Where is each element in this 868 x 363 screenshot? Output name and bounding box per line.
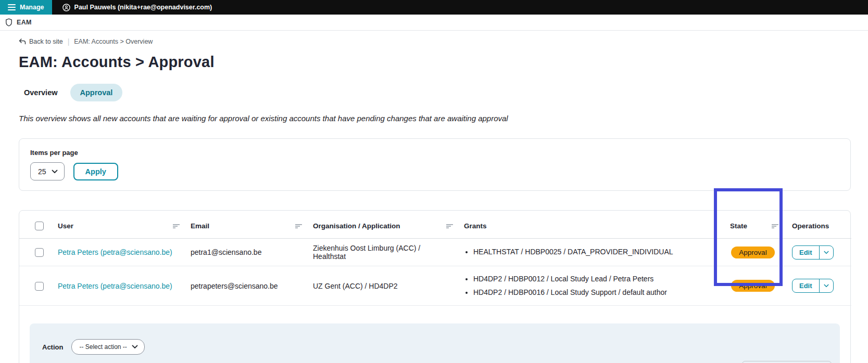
column-header-user-label: User (58, 222, 73, 230)
row-checkbox[interactable] (35, 282, 44, 291)
column-header-organisation[interactable]: Organisation / Application (308, 211, 459, 239)
column-header-state-label: State (730, 222, 747, 230)
column-header-email[interactable]: Email (185, 211, 308, 239)
page-title: EAM: Accounts > Approval (19, 54, 851, 71)
organisation-cell: UZ Gent (ACC) / HD4DP2 (308, 266, 459, 306)
manage-menu-button[interactable]: Manage (0, 0, 52, 15)
items-per-page-select[interactable]: 25 (30, 162, 65, 180)
sort-icon[interactable] (772, 224, 779, 229)
edit-split-button[interactable]: Edit (792, 279, 834, 293)
edit-split-button[interactable]: Edit (792, 245, 834, 260)
sort-icon[interactable] (295, 224, 303, 229)
state-badge: Approval (731, 247, 774, 258)
items-per-page-label: Items per page (30, 149, 839, 157)
apply-to-selected-button[interactable]: Apply to selected items (742, 361, 832, 363)
hamburger-icon (8, 4, 16, 10)
email-cell: petra1@sciensano.be (185, 239, 308, 266)
page-description: This overview shows all new accounts tha… (19, 114, 851, 123)
grants-cell: HD4DP2 / HDBP0012 / Local Study Lead / P… (459, 266, 722, 306)
back-arrow-icon (19, 38, 26, 45)
grant-item: HD4DP2 / HDBP0012 / Local Study Lead / P… (473, 274, 716, 285)
table-row: Petra Peters (petra@sciensano.be) petra1… (19, 239, 851, 266)
user-link[interactable]: Petra Peters (petra@sciensano.be) (58, 282, 172, 290)
column-header-organisation-label: Organisation / Application (313, 222, 400, 230)
edit-button[interactable]: Edit (792, 279, 819, 292)
items-per-page-card: Items per page 25 Apply (19, 138, 851, 191)
app-bar-label[interactable]: EAM (17, 19, 32, 26)
apply-pager-button[interactable]: Apply (73, 163, 118, 180)
select-all-checkbox[interactable] (35, 222, 44, 230)
table-header-row: User Email (19, 211, 851, 239)
column-header-grants-label: Grants (464, 222, 487, 230)
shield-icon (5, 18, 12, 27)
accounts-table: User Email (19, 211, 851, 306)
user-account-button[interactable]: Paul Pauwels (nikita+rae@openadviser.com… (62, 0, 212, 15)
chevron-down-icon (132, 345, 138, 349)
action-select[interactable]: -- Select action -- (71, 339, 144, 355)
app-bar: EAM (0, 15, 868, 31)
action-label: Action (42, 343, 63, 351)
table-row: Petra Peters (petra@sciensano.be) petrap… (19, 266, 851, 306)
back-to-site-link[interactable]: Back to site (19, 38, 63, 45)
user-avatar-icon (62, 4, 70, 11)
chevron-down-icon (824, 251, 829, 254)
row-checkbox[interactable] (35, 248, 44, 257)
admin-toolbar: Manage Paul Pauwels (nikita+rae@openadvi… (0, 0, 868, 15)
grants-cell: HEALTHSTAT / HDBP0025 / DATA_PROVIDER_IN… (459, 239, 722, 266)
sort-icon[interactable] (446, 224, 454, 229)
accounts-table-card: User Email (19, 210, 851, 363)
column-header-email-label: Email (191, 222, 209, 230)
manage-label: Manage (20, 4, 44, 11)
grant-item: HD4DP2 / HDBP0016 / Local Study Support … (473, 287, 716, 299)
tab-overview[interactable]: Overview (19, 84, 63, 101)
grant-item: HEALTHSTAT / HDBP0025 / DATA_PROVIDER_IN… (473, 247, 716, 258)
column-header-state[interactable]: State (722, 211, 784, 239)
column-header-operations: Operations (784, 211, 851, 239)
column-header-grants: Grants (459, 211, 722, 239)
state-badge: Approval (731, 280, 774, 292)
breadcrumb-trail[interactable]: EAM: Accounts > Overview (74, 38, 153, 45)
bulk-action-panel: Action -- Select action -- Apply to sele… (30, 323, 840, 363)
tab-bar: Overview Approval (19, 84, 851, 101)
column-header-user[interactable]: User (53, 211, 185, 239)
edit-button[interactable]: Edit (792, 246, 819, 259)
chevron-down-icon (824, 284, 829, 288)
chevron-down-icon (52, 170, 58, 174)
breadcrumb: Back to site | EAM: Accounts > Overview (19, 37, 851, 46)
edit-dropdown-toggle[interactable] (819, 246, 833, 259)
sort-icon[interactable] (173, 224, 180, 229)
user-label: Paul Pauwels (nikita+rae@openadviser.com… (74, 4, 212, 11)
tab-approval[interactable]: Approval (70, 84, 123, 101)
user-link[interactable]: Petra Peters (petra@sciensano.be) (58, 248, 172, 256)
edit-dropdown-toggle[interactable] (819, 279, 833, 292)
action-select-value: -- Select action -- (79, 343, 127, 351)
column-header-operations-label: Operations (792, 222, 829, 230)
back-to-site-label: Back to site (29, 38, 63, 45)
email-cell: petrapeters@sciensano.be (185, 266, 308, 306)
breadcrumb-divider: | (68, 37, 70, 46)
organisation-cell: Ziekenhuis Oost Limburg (ACC) / Healthst… (308, 239, 459, 266)
items-per-page-value: 25 (38, 167, 46, 176)
